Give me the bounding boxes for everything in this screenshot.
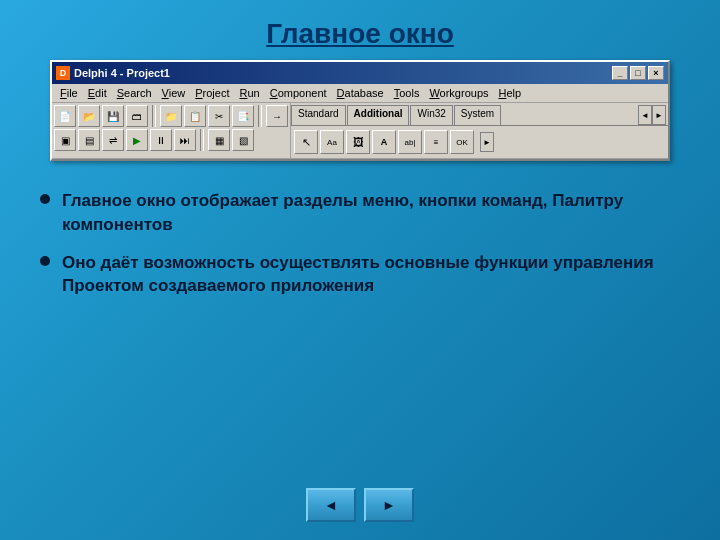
palette-components: ↖ Aa 🖼 A ab| ≡ OK ► — [291, 126, 668, 158]
separator-3 — [200, 129, 204, 151]
paste-button[interactable]: 📋 — [184, 105, 206, 127]
open-button[interactable]: 📂 — [78, 105, 100, 127]
debug-button[interactable]: ▧ — [232, 129, 254, 151]
menu-component[interactable]: Component — [266, 86, 331, 100]
module-button[interactable]: ▦ — [208, 129, 230, 151]
label-component[interactable]: Aa — [320, 130, 344, 154]
delphi-window: D Delphi 4 - Project1 _ □ × File Edit Se… — [50, 60, 670, 161]
run2-button[interactable]: ▶ — [126, 129, 148, 151]
menu-search[interactable]: Search — [113, 86, 156, 100]
open2-button[interactable]: 📁 — [160, 105, 182, 127]
minimize-button[interactable]: _ — [612, 66, 628, 80]
title-bar-left: D Delphi 4 - Project1 — [56, 66, 170, 80]
menu-tools[interactable]: Tools — [390, 86, 424, 100]
tab-additional[interactable]: Additional — [347, 105, 410, 125]
comp-scroll-right[interactable]: ► — [480, 132, 494, 152]
menu-file[interactable]: File — [56, 86, 82, 100]
palette-tabs: Standard Additional Win32 System ◄ ► — [291, 103, 668, 126]
menu-workgroups[interactable]: Workgroups — [425, 86, 492, 100]
menu-bar: File Edit Search View Project Run Compon… — [52, 84, 668, 103]
next-button[interactable]: ► — [364, 488, 414, 522]
toolbar-row-2: ▣ ▤ ⇌ ▶ ⏸ ⏭ ▦ ▧ — [54, 129, 288, 151]
bullet-text-2: Оно даёт возможность осуществлять основн… — [62, 251, 680, 299]
toolbar-row-1: 📄 📂 💾 🗃 📁 📋 ✂ 📑 → — [54, 105, 288, 127]
toggle-button[interactable]: ⇌ — [102, 129, 124, 151]
save-button[interactable]: 💾 — [102, 105, 124, 127]
bullet-item-1: Главное окно отображает разделы меню, кн… — [40, 189, 680, 237]
list-component[interactable]: ≡ — [424, 130, 448, 154]
maximize-button[interactable]: □ — [630, 66, 646, 80]
image-component[interactable]: 🖼 — [346, 130, 370, 154]
title-bar-buttons: _ □ × — [612, 66, 664, 80]
menu-project[interactable]: Project — [191, 86, 233, 100]
tab-system[interactable]: System — [454, 105, 501, 125]
palette-scroll: ◄ ► — [638, 105, 666, 125]
arrow-button[interactable]: → — [266, 105, 288, 127]
close-button[interactable]: × — [648, 66, 664, 80]
unit-button[interactable]: ▤ — [78, 129, 100, 151]
scroll-right-button[interactable]: ► — [652, 105, 666, 125]
edit-component[interactable]: ab| — [398, 130, 422, 154]
save-all-button[interactable]: 🗃 — [126, 105, 148, 127]
title-bar: D Delphi 4 - Project1 _ □ × — [52, 62, 668, 84]
cursor-component[interactable]: ↖ — [294, 130, 318, 154]
scroll-left-button[interactable]: ◄ — [638, 105, 652, 125]
bullet-item-2: Оно даёт возможность осуществлять основн… — [40, 251, 680, 299]
separator-2 — [258, 105, 262, 127]
nav-buttons: ◄ ► — [306, 488, 414, 522]
text-component[interactable]: A — [372, 130, 396, 154]
bullet-text-1: Главное окно отображает разделы меню, кн… — [62, 189, 680, 237]
step-button[interactable]: ⏸ — [150, 129, 172, 151]
palette-area: Standard Additional Win32 System ◄ ► ↖ A… — [291, 103, 668, 158]
prev-button[interactable]: ◄ — [306, 488, 356, 522]
form-button[interactable]: ▣ — [54, 129, 76, 151]
pause-button[interactable]: ⏭ — [174, 129, 196, 151]
tab-standard[interactable]: Standard — [291, 105, 346, 125]
bullet-dot-1 — [40, 194, 50, 204]
delphi-icon: D — [56, 66, 70, 80]
page-title: Главное окно — [0, 0, 720, 60]
menu-run[interactable]: Run — [236, 86, 264, 100]
ok-component[interactable]: OK — [450, 130, 474, 154]
menu-database[interactable]: Database — [333, 86, 388, 100]
separator-1 — [152, 105, 156, 127]
content-area: Главное окно отображает разделы меню, кн… — [0, 179, 720, 322]
toolbar-area: 📄 📂 💾 🗃 📁 📋 ✂ 📑 → ▣ ▤ ⇌ ▶ ⏸ ⏭ — [52, 103, 668, 159]
menu-edit[interactable]: Edit — [84, 86, 111, 100]
cut-button[interactable]: ✂ — [208, 105, 230, 127]
menu-help[interactable]: Help — [495, 86, 526, 100]
toolbar-left: 📄 📂 💾 🗃 📁 📋 ✂ 📑 → ▣ ▤ ⇌ ▶ ⏸ ⏭ — [52, 103, 291, 158]
new-button[interactable]: 📄 — [54, 105, 76, 127]
component-scroll: ► — [480, 132, 494, 152]
copy-button[interactable]: 📑 — [232, 105, 254, 127]
window-title: Delphi 4 - Project1 — [74, 67, 170, 79]
tab-win32[interactable]: Win32 — [410, 105, 452, 125]
bullet-dot-2 — [40, 256, 50, 266]
menu-view[interactable]: View — [158, 86, 190, 100]
